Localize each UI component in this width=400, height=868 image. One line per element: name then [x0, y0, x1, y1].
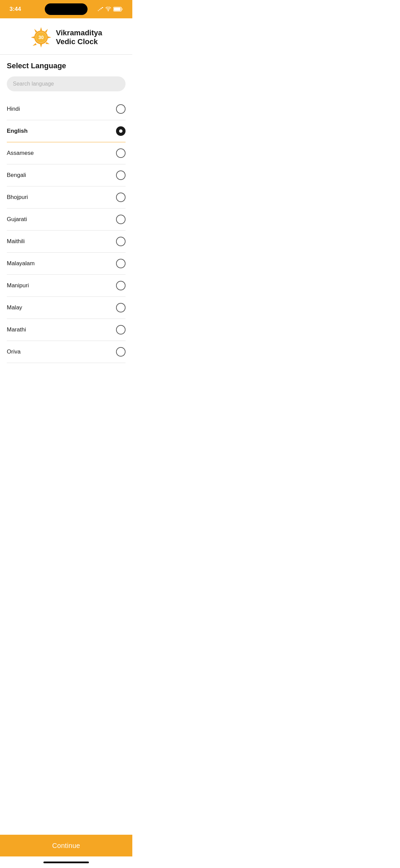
- status-bar: 3:44: [0, 0, 132, 18]
- radio-maithili[interactable]: [116, 237, 126, 246]
- language-name-gujarati: Gujarati: [7, 216, 27, 223]
- language-name-malayalam: Malayalam: [7, 260, 35, 267]
- wifi-icon: [105, 7, 111, 12]
- radio-bhojpuri[interactable]: [116, 193, 126, 202]
- page-title: Select Language: [7, 61, 126, 70]
- svg-rect-6: [114, 8, 121, 11]
- language-item-oriva[interactable]: Oriva: [7, 341, 126, 363]
- language-name-maithili: Maithili: [7, 238, 25, 245]
- language-item-bhojpuri[interactable]: Bhojpuri: [7, 186, 126, 209]
- battery-icon: [113, 7, 123, 12]
- main-content: Select Language HindiEnglishAssameseBeng…: [0, 55, 132, 411]
- radio-bengali[interactable]: [116, 170, 126, 180]
- svg-point-1: [99, 9, 100, 10]
- language-name-hindi: Hindi: [7, 106, 20, 112]
- language-name-assamese: Assamese: [7, 150, 34, 157]
- app-title-line2: Vedic Clock: [56, 37, 102, 46]
- language-item-hindi[interactable]: Hindi: [7, 98, 126, 120]
- language-name-oriva: Oriva: [7, 348, 21, 355]
- svg-point-4: [108, 10, 109, 11]
- radio-gujarati[interactable]: [116, 215, 126, 224]
- svg-rect-7: [122, 8, 123, 10]
- language-name-marathi: Marathi: [7, 326, 26, 333]
- status-icons: [98, 7, 123, 12]
- language-item-malay[interactable]: Malay: [7, 297, 126, 319]
- app-title-line1: Vikramaditya: [56, 29, 102, 37]
- language-item-marathi[interactable]: Marathi: [7, 319, 126, 341]
- radio-malay[interactable]: [116, 303, 126, 312]
- radio-marathi[interactable]: [116, 325, 126, 334]
- signal-icon: [98, 7, 103, 11]
- radio-malayalam[interactable]: [116, 259, 126, 268]
- language-name-bhojpuri: Bhojpuri: [7, 194, 28, 201]
- radio-english[interactable]: [116, 126, 126, 136]
- svg-marker-13: [33, 43, 37, 46]
- language-name-bengali: Bengali: [7, 172, 26, 179]
- dynamic-island: [45, 3, 88, 15]
- search-container: [7, 76, 126, 91]
- language-item-gujarati[interactable]: Gujarati: [7, 209, 126, 231]
- language-name-english: English: [7, 128, 27, 134]
- status-time: 3:44: [9, 6, 21, 13]
- language-item-malayalam[interactable]: Malayalam: [7, 253, 126, 275]
- svg-point-0: [98, 10, 99, 11]
- svg-text:30: 30: [38, 35, 44, 40]
- svg-marker-11: [45, 42, 50, 44]
- language-item-maithili[interactable]: Maithili: [7, 231, 126, 253]
- language-item-assamese[interactable]: Assamese: [7, 142, 126, 164]
- radio-manipuri[interactable]: [116, 281, 126, 290]
- svg-marker-8: [40, 27, 42, 31]
- radio-assamese[interactable]: [116, 148, 126, 158]
- search-input[interactable]: [7, 76, 126, 91]
- language-list: HindiEnglishAssameseBengaliBhojpuriGujar…: [7, 98, 126, 363]
- radio-hindi[interactable]: [116, 104, 126, 114]
- language-item-english[interactable]: English: [7, 120, 126, 142]
- svg-marker-10: [48, 36, 51, 38]
- app-title-container: Vikramaditya Vedic Clock: [56, 29, 102, 47]
- language-name-malay: Malay: [7, 304, 22, 311]
- language-item-manipuri[interactable]: Manipuri: [7, 275, 126, 297]
- svg-marker-12: [40, 44, 42, 48]
- language-name-manipuri: Manipuri: [7, 282, 29, 289]
- svg-point-2: [100, 8, 102, 9]
- language-item-bengali[interactable]: Bengali: [7, 164, 126, 186]
- app-header: 30 Vikramaditya Vedic Clock: [0, 18, 132, 55]
- svg-point-3: [102, 7, 103, 8]
- radio-oriva[interactable]: [116, 347, 126, 357]
- svg-marker-14: [31, 36, 34, 38]
- app-logo: 30: [30, 26, 52, 48]
